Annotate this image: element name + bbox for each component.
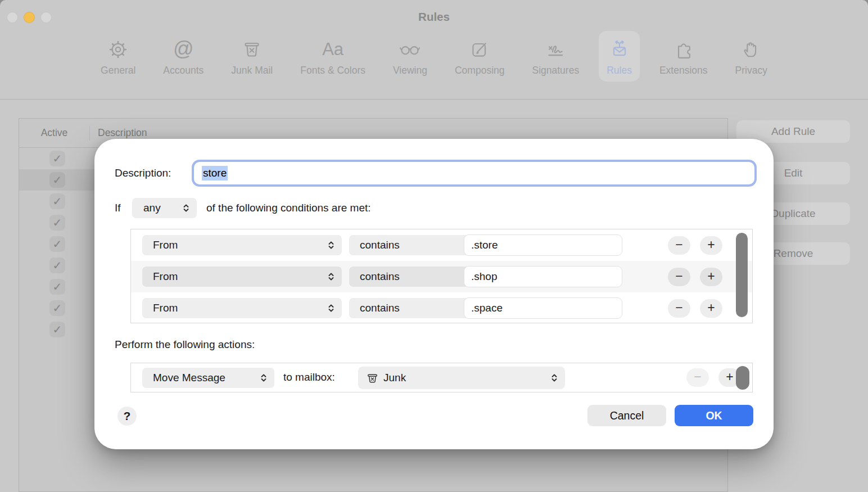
compose-icon	[469, 35, 490, 63]
if-label: If	[115, 202, 121, 214]
tab-label: Privacy	[735, 65, 767, 76]
remove-condition-button[interactable]: −	[668, 299, 690, 318]
description-label: Description:	[115, 167, 171, 179]
tab-label: Accounts	[163, 65, 204, 76]
remove-action-button[interactable]: −	[686, 368, 709, 387]
gear-icon	[107, 35, 129, 63]
tab-label: Composing	[455, 65, 505, 76]
tab-fonts-colors[interactable]: Aa Fonts & Colors	[292, 31, 373, 82]
conditions-list: From contains − + From contains	[130, 229, 753, 323]
tab-extensions[interactable]: Extensions	[652, 31, 716, 82]
up-down-chevron-icon	[260, 373, 267, 383]
popup-value: Junk	[383, 372, 406, 384]
up-down-chevron-icon	[328, 272, 334, 282]
popup-value: contains	[360, 302, 400, 314]
glasses-icon	[399, 35, 421, 63]
puzzle-icon	[673, 35, 694, 63]
tab-label: Rules	[607, 65, 632, 76]
up-down-chevron-icon	[183, 203, 189, 213]
popup-value: contains	[360, 239, 400, 251]
mail-preferences-window: Rules General @ Accounts	[0, 0, 868, 492]
tab-signatures[interactable]: Signatures	[525, 31, 587, 82]
junk-bin-icon	[241, 35, 263, 63]
junk-bin-icon	[367, 372, 378, 384]
popup-value: From	[153, 302, 178, 314]
active-checkbox[interactable]: ✓	[49, 215, 65, 231]
mailbox-popup[interactable]: Junk	[358, 367, 565, 389]
popup-value: any	[143, 202, 161, 214]
tab-privacy[interactable]: Privacy	[727, 31, 775, 82]
condition-row: From contains − +	[131, 261, 752, 292]
add-condition-button[interactable]: +	[700, 299, 722, 318]
up-down-chevron-icon	[328, 303, 334, 313]
condition-field-popup[interactable]: From	[142, 267, 342, 287]
hand-icon	[740, 35, 762, 63]
help-button[interactable]: ?	[117, 407, 137, 426]
active-checkbox[interactable]: ✓	[49, 279, 65, 295]
tab-label: Viewing	[393, 65, 427, 76]
condition-row: From contains − +	[131, 229, 752, 261]
action-verb-popup[interactable]: Move Message	[142, 368, 274, 388]
active-checkbox[interactable]: ✓	[49, 258, 65, 273]
scrollbar-thumb[interactable]	[736, 366, 749, 390]
condition-field-popup[interactable]: From	[142, 298, 342, 318]
active-checkbox[interactable]: ✓	[49, 300, 65, 316]
description-input[interactable]: store	[194, 162, 754, 184]
remove-condition-button[interactable]: −	[668, 268, 690, 286]
tab-viewing[interactable]: Viewing	[385, 31, 435, 82]
popup-value: From	[153, 239, 178, 251]
tab-composing[interactable]: Composing	[447, 31, 513, 82]
tab-label: Extensions	[659, 65, 708, 76]
rule-editor-sheet: Description: store If any of the followi…	[94, 139, 774, 449]
active-checkbox[interactable]: ✓	[49, 193, 65, 209]
rules-envelope-icon	[609, 35, 630, 63]
window-title: Rules	[0, 10, 868, 24]
tab-label: Junk Mail	[231, 65, 273, 76]
conditions-suffix-label: of the following conditions are met:	[206, 202, 371, 214]
up-down-chevron-icon	[551, 373, 558, 383]
tab-general[interactable]: General	[93, 31, 143, 82]
condition-value-input[interactable]	[464, 234, 622, 256]
active-checkbox[interactable]: ✓	[49, 322, 65, 337]
add-condition-button[interactable]: +	[700, 236, 722, 255]
active-checkbox[interactable]: ✓	[49, 151, 65, 166]
popup-value: From	[153, 270, 178, 283]
tab-label: Signatures	[532, 65, 580, 76]
preferences-toolbar: General @ Accounts Junk Mail Aa Fonts & …	[0, 29, 868, 100]
at-icon: @	[173, 35, 194, 63]
match-mode-popup[interactable]: any	[132, 198, 197, 218]
column-header-active[interactable]: Active	[19, 127, 89, 139]
active-checkbox[interactable]: ✓	[49, 236, 65, 252]
condition-row: From contains − +	[131, 292, 752, 324]
to-mailbox-label: to mailbox:	[283, 371, 335, 383]
scrollbar-thumb[interactable]	[736, 233, 748, 317]
cancel-button[interactable]: Cancel	[587, 405, 666, 426]
selected-text: store	[202, 166, 228, 180]
fonts-icon: Aa	[322, 35, 343, 63]
active-checkbox[interactable]: ✓	[49, 172, 65, 188]
ok-button[interactable]: OK	[675, 405, 753, 426]
remove-condition-button[interactable]: −	[668, 236, 690, 255]
tab-rules[interactable]: Rules	[599, 31, 640, 82]
up-down-chevron-icon	[328, 240, 334, 250]
actions-label: Perform the following actions:	[115, 338, 255, 351]
tab-label: Fonts & Colors	[300, 65, 365, 76]
popup-value: Move Message	[153, 372, 225, 384]
condition-value-input[interactable]	[464, 266, 622, 287]
column-header-description[interactable]: Description	[98, 127, 147, 139]
tab-junk-mail[interactable]: Junk Mail	[223, 31, 281, 82]
signature-icon	[545, 35, 566, 63]
actions-list: Move Message to mailbox: Junk − +	[130, 363, 753, 392]
column-divider	[89, 126, 90, 141]
condition-value-input[interactable]	[464, 297, 622, 319]
condition-field-popup[interactable]: From	[142, 235, 342, 255]
tab-accounts[interactable]: @ Accounts	[155, 31, 211, 82]
popup-value: contains	[360, 270, 400, 283]
add-condition-button[interactable]: +	[700, 268, 722, 286]
tab-label: General	[101, 65, 135, 76]
